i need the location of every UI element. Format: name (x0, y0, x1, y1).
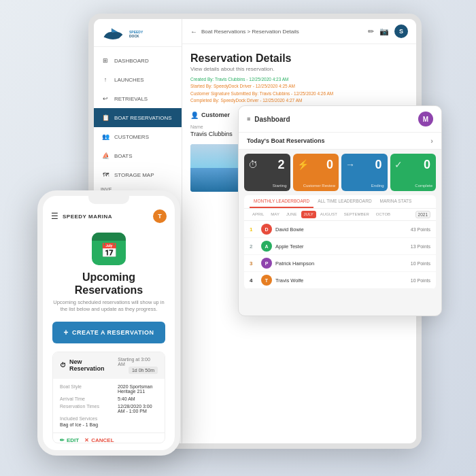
started-by: Started By: SpeedyDock Driver - 12/25/20… (190, 83, 408, 90)
month-october[interactable]: OCTOB (373, 211, 393, 218)
res-time: Starting at 3:00 AM (118, 357, 158, 367)
res-card-header: ⏱ New Reservation Starting at 3:00 AM 1d… (53, 352, 165, 379)
scene: SPEEDY DOCK ⊞ DASHBOARD ↑ LAUNCHES ↩ (0, 0, 476, 476)
tile-starting-number: 2 (277, 158, 284, 172)
month-april[interactable]: APRIL (250, 211, 267, 218)
dashboard-icon: ⊞ (101, 56, 110, 65)
lb-row-1: 1 D David Bowie 43 Points (244, 221, 436, 238)
phone-menu-icon[interactable]: ☰ (51, 211, 58, 221)
tile-review-label: Customer Review (303, 184, 335, 188)
sidebar-item-boat-reservations[interactable]: 📋 BOAT RESERVATIONS (94, 108, 182, 127)
rank-3: 3 (250, 260, 258, 267)
res-card-title: ⏱ New Reservation (60, 358, 118, 372)
phone-header-title: SPEEDY MARINA (63, 214, 112, 220)
lb-row-4: 4 T Travis Wolfe 10 Points (244, 272, 436, 289)
person-icon: 👤 (190, 112, 199, 119)
sidebar-item-storage-map[interactable]: 🗺 STORAGE MAP (94, 165, 182, 184)
tab-alltime[interactable]: ALL TIME LEADERBOARD (313, 195, 375, 208)
reservation-card: ⏱ New Reservation Starting at 3:00 AM 1d… (52, 352, 165, 443)
dashboard-panel: ≡ Dashboard M Today's Boat Reservations … (238, 105, 442, 316)
sidebar-logo: SPEEDY DOCK (94, 19, 182, 47)
phone-body: 📅 UpcomingReservations Upcoming schedule… (43, 226, 175, 450)
lb-avatar-2: A (261, 241, 272, 252)
user-avatar[interactable]: S (394, 24, 408, 38)
lb-row-2: 2 A Apple Tester 13 Points (244, 238, 436, 255)
dashboard-avatar: M (418, 112, 433, 126)
dashboard-header: ≡ Dashboard M (239, 106, 441, 133)
month-may[interactable]: MAY (268, 211, 282, 218)
chevron-right-icon: › (430, 137, 433, 145)
plus-icon: + (63, 328, 69, 337)
cancel-x-icon: ✕ (84, 437, 89, 443)
lb-name-4: Travis Wolfe (275, 277, 407, 284)
retrievals-icon: ↩ (101, 94, 110, 103)
rank-4: 4 (250, 277, 258, 284)
lb-points-2: 13 Points (411, 244, 430, 249)
tile-ending-number: 0 (375, 158, 381, 172)
res-card-body: Boat Style 2020 Sportsman Heritage 211 A… (53, 379, 165, 432)
tile-ending[interactable]: → 0 Ending (341, 154, 388, 191)
storage-map-icon: 🗺 (101, 170, 110, 180)
tile-customer-review[interactable]: ⚡ 0 Customer Review (293, 154, 339, 191)
phone-header-avatar: T (153, 209, 167, 223)
month-august[interactable]: AUGUST (318, 211, 340, 218)
tile-starting-label: Starting (273, 184, 287, 188)
month-july[interactable]: JULY (301, 211, 316, 218)
sidebar-item-retrievals[interactable]: ↩ RETRIEVALS (94, 89, 182, 108)
rank-1: 1 (250, 226, 258, 233)
phone: ☰ SPEEDY MARINA T 📅 UpcomingReservations… (37, 190, 180, 456)
lb-points-3: 10 Points (411, 261, 430, 266)
topbar: ← Boat Reservations > Reservation Detail… (182, 19, 416, 44)
edit-pencil-icon: ✏ (60, 437, 65, 443)
phone-notch (88, 196, 129, 204)
lb-avatar-4: T (261, 275, 272, 286)
leaderboard: MONTHLY LEADERBOARD ALL TIME LEADERBOARD… (244, 195, 436, 289)
sidebar-item-dashboard[interactable]: ⊞ DASHBOARD (94, 51, 182, 70)
signature-by: Customer Signature Submitted By: Travis … (190, 90, 408, 97)
edit-icon[interactable]: ✏ (368, 27, 374, 36)
phone-upcoming-title: UpcomingReservations (75, 271, 143, 296)
tab-marina[interactable]: MARINA STATS (376, 195, 416, 208)
dashboard-tiles: ⏱ 2 Starting ⚡ 0 Customer Review → 0 End… (239, 150, 441, 195)
month-september[interactable]: SEPTEMBER (341, 211, 372, 218)
month-june[interactable]: JUNE (284, 211, 300, 218)
res-services-label: Included Services (60, 416, 158, 421)
leaderboard-tabs: MONTHLY LEADERBOARD ALL TIME LEADERBOARD… (244, 195, 436, 209)
sidebar-item-customers[interactable]: 👥 CUSTOMERS (94, 127, 182, 146)
back-button[interactable]: ← (190, 28, 197, 35)
create-reservation-label: CREATE A RESERVATION (72, 329, 154, 336)
camera-icon[interactable]: 📷 (379, 27, 389, 36)
today-reservations-title: Today's Boat Reservations › (239, 133, 441, 150)
res-services-value: Bag of Ice - 1 Bag (60, 422, 158, 427)
res-card-footer: ✏ EDIT ✕ CANCEL (53, 432, 165, 443)
tab-monthly[interactable]: MONTHLY LEADERBOARD (250, 195, 313, 208)
lb-name-3: Patrick Hampson (275, 260, 407, 267)
tile-complete[interactable]: ✓ 0 Complete (390, 154, 437, 191)
tile-complete-label: Complete (415, 184, 432, 188)
created-by: Created By: Travis Clubbins - 12/25/2020… (190, 76, 408, 83)
res-reservation-times: Reservation Times 12/28/2020 3:00 AM - 1… (60, 404, 158, 413)
lb-avatar-3: P (261, 258, 272, 269)
month-tabs: APRIL MAY JUNE JULY AUGUST SEPTEMBER OCT… (244, 209, 436, 221)
year-select[interactable]: 2021 (415, 211, 430, 218)
create-reservation-button[interactable]: + CREATE A RESERVATION (52, 322, 165, 343)
lb-points-4: 10 Points (411, 278, 430, 283)
sidebar-item-launches[interactable]: ↑ LAUNCHES (94, 70, 182, 89)
sidebar-item-boats[interactable]: ⛵ BOATS (94, 146, 182, 165)
lb-name-1: David Bowie (275, 226, 407, 233)
lb-points-1: 43 Points (411, 227, 430, 232)
res-clock-icon: ⏱ (60, 362, 66, 369)
edit-reservation-button[interactable]: ✏ EDIT (60, 437, 79, 443)
cancel-reservation-button[interactable]: ✕ CANCEL (84, 437, 114, 443)
lb-name-2: Apple Tester (275, 243, 407, 250)
boats-icon: ⛵ (101, 151, 110, 160)
tile-starting[interactable]: ⏱ 2 Starting (244, 154, 290, 191)
tile-ending-label: Ending (371, 184, 384, 188)
phone-content: ☰ SPEEDY MARINA T 📅 UpcomingReservations… (43, 196, 175, 450)
res-arrival-time: Arrival Time 5:40 AM (60, 396, 158, 401)
calendar-glyph: 📅 (101, 242, 118, 258)
meta-info: Created By: Travis Clubbins - 12/25/2020… (190, 76, 408, 105)
tile-review-number: 0 (326, 158, 333, 172)
tile-complete-number: 0 (424, 158, 430, 172)
customers-icon: 👥 (101, 132, 110, 141)
